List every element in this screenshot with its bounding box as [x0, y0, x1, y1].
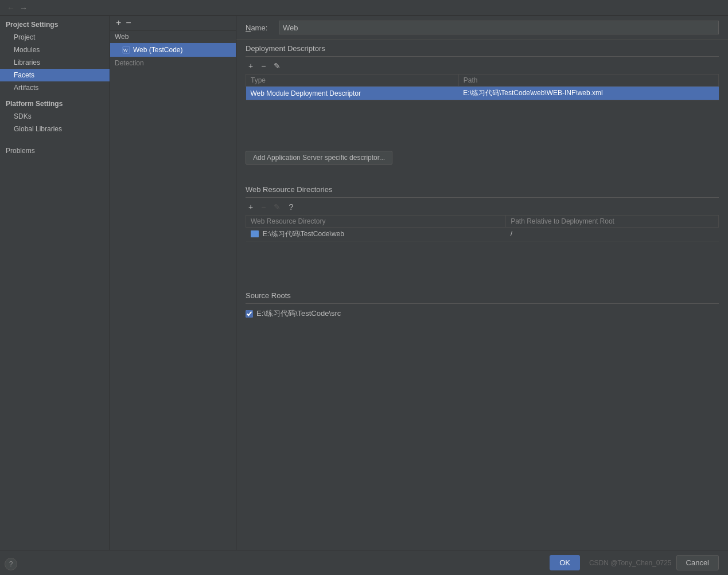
- sidebar-item-project[interactable]: Project: [0, 31, 110, 44]
- table-row-empty: [246, 100, 719, 146]
- svg-text:W: W: [123, 48, 128, 53]
- dd-path-cell: E:\练习代码\TestCode\web\WEB-INF\web.xml: [458, 87, 718, 100]
- sidebar-item-artifacts[interactable]: Artifacts: [0, 81, 110, 94]
- facets-web-label: Web: [110, 30, 236, 43]
- cancel-button[interactable]: Cancel: [676, 555, 719, 570]
- sidebar-item-sdks[interactable]: SDKs: [0, 110, 110, 123]
- wrd-col-path: Path Relative to Deployment Root: [506, 215, 719, 227]
- sidebar: Project Settings Project Modules Librari…: [0, 16, 110, 550]
- content-area: Name: Deployment Descriptors + − ✎ Type …: [236, 16, 728, 550]
- sidebar-item-modules[interactable]: Modules: [0, 44, 110, 56]
- source-roots-title: Source Roots: [246, 291, 719, 300]
- facets-item-web-testcode[interactable]: W Web (TestCode): [110, 43, 236, 57]
- platform-settings-title: Platform Settings: [0, 94, 110, 110]
- folder-icon: [251, 230, 259, 237]
- dd-col-type: Type: [246, 75, 459, 87]
- bottom-bar: OK CSDN @Tony_Chen_0725 Cancel ?: [0, 550, 728, 575]
- web-resource-title: Web Resource Directories: [246, 185, 719, 194]
- source-root-row: E:\练习代码\TestCode\src: [246, 307, 719, 320]
- web-resource-table: Web Resource Directory Path Relative to …: [246, 215, 719, 287]
- name-input[interactable]: [279, 21, 719, 34]
- dd-add-button[interactable]: +: [246, 60, 256, 72]
- source-root-path: E:\练习代码\TestCode\src: [256, 308, 341, 319]
- dd-type-cell: Web Module Deployment Descriptor: [246, 87, 459, 100]
- facets-item-web-testcode-label: Web (TestCode): [133, 46, 182, 54]
- wrd-help-button[interactable]: ?: [286, 201, 296, 213]
- top-nav: ← →: [0, 0, 728, 16]
- facets-remove-button[interactable]: −: [124, 18, 132, 28]
- source-root-checkbox[interactable]: [246, 310, 253, 318]
- facets-add-button[interactable]: +: [115, 18, 122, 28]
- name-label: Name:: [246, 24, 274, 32]
- sidebar-item-libraries[interactable]: Libraries: [0, 56, 110, 69]
- deployment-descriptors-section: Deployment Descriptors + − ✎ Type Path W…: [236, 40, 728, 169]
- help-button[interactable]: ?: [5, 558, 17, 570]
- sidebar-item-problems[interactable]: Problems: [0, 142, 110, 157]
- web-resource-directories-section: Web Resource Directories + − ✎ ? Web Res…: [236, 181, 728, 287]
- sidebar-item-global-libraries[interactable]: Global Libraries: [0, 123, 110, 135]
- forward-arrow[interactable]: →: [17, 3, 30, 13]
- web-facet-icon: W: [122, 45, 131, 54]
- wrd-add-button[interactable]: +: [246, 201, 256, 213]
- wrd-col-directory: Web Resource Directory: [246, 215, 506, 227]
- add-descriptor-button[interactable]: Add Application Server specific descript…: [246, 151, 392, 165]
- back-arrow[interactable]: ←: [5, 3, 17, 13]
- name-row: Name:: [236, 16, 728, 40]
- main-container: Project Settings Project Modules Librari…: [0, 16, 728, 550]
- table-row[interactable]: E:\练习代码\TestCode\web /: [246, 227, 719, 241]
- table-row-empty: [246, 241, 719, 287]
- sidebar-item-facets[interactable]: Facets: [0, 69, 110, 81]
- ok-button[interactable]: OK: [550, 555, 580, 570]
- wrd-path-cell: /: [506, 227, 719, 241]
- facets-toolbar: + −: [110, 16, 236, 30]
- source-roots-section: Source Roots E:\练习代码\TestCode\src: [236, 287, 728, 324]
- facets-panel: + − Web W Web (TestCode) Detection: [110, 16, 236, 550]
- dd-remove-button[interactable]: −: [258, 60, 268, 72]
- wrd-directory-cell: E:\练习代码\TestCode\web: [246, 227, 506, 241]
- table-row[interactable]: Web Module Deployment Descriptor E:\练习代码…: [246, 87, 719, 100]
- wrd-toolbar: + − ✎ ?: [246, 201, 719, 213]
- watermark-text: CSDN @Tony_Chen_0725: [589, 559, 672, 567]
- deployment-descriptors-title: Deployment Descriptors: [246, 44, 719, 53]
- wrd-remove-button[interactable]: −: [258, 201, 268, 213]
- wrd-edit-button[interactable]: ✎: [271, 201, 283, 213]
- dd-col-path: Path: [458, 75, 718, 87]
- deployment-descriptors-table: Type Path Web Module Deployment Descript…: [246, 74, 719, 146]
- dd-edit-button[interactable]: ✎: [271, 60, 283, 72]
- project-settings-title: Project Settings: [0, 16, 110, 31]
- dd-toolbar: + − ✎: [246, 60, 719, 72]
- facets-detection-label: Detection: [110, 57, 236, 69]
